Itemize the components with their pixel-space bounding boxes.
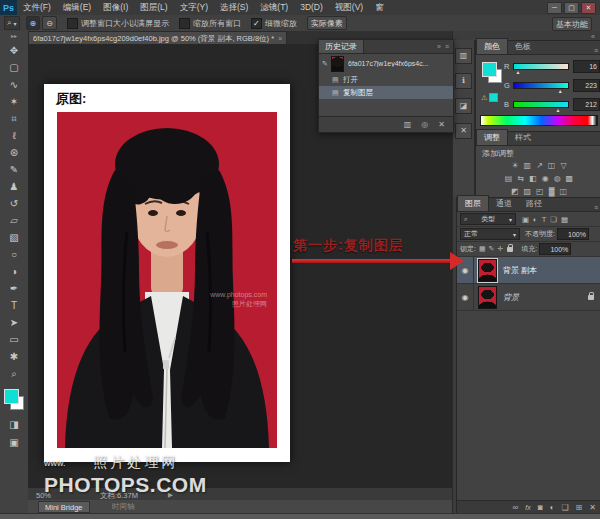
link-layers-icon[interactable]: ∞ bbox=[513, 503, 519, 512]
filter-adjustment-layers-icon[interactable]: ◐ bbox=[533, 215, 538, 224]
levels-icon[interactable]: ▥ bbox=[524, 161, 532, 170]
timeline-button[interactable]: 时间轴 bbox=[112, 502, 135, 512]
panel-menu-icon[interactable]: ≡ bbox=[445, 43, 449, 50]
layer-row-background[interactable]: ◉ 背景 bbox=[457, 284, 600, 311]
filter-shape-layers-icon[interactable]: ❏ bbox=[550, 215, 557, 224]
minimize-button[interactable]: ─ bbox=[547, 2, 562, 14]
green-slider[interactable]: ▲ bbox=[513, 82, 569, 89]
zoom-tool-preset[interactable]: ⌕ ▾ bbox=[4, 16, 20, 30]
filter-smart-objects-icon[interactable]: ▦ bbox=[561, 215, 568, 224]
tab-color[interactable]: 颜色 bbox=[476, 38, 508, 54]
tab-layers[interactable]: 图层 bbox=[457, 195, 489, 211]
menu-select[interactable]: 选择(S) bbox=[214, 0, 254, 15]
dodge-tool-icon[interactable]: ◑ bbox=[0, 263, 28, 280]
menu-view[interactable]: 视图(V) bbox=[329, 0, 369, 15]
path-selection-tool-icon[interactable]: ➤ bbox=[0, 314, 28, 331]
document-tab[interactable]: 6fa017c7jw1ey4fx6ps4cg209d0ef40b.jpg @ 5… bbox=[28, 31, 287, 45]
histogram-panel-icon[interactable]: ▥ bbox=[455, 48, 472, 64]
lock-position-icon[interactable]: ✛ bbox=[497, 245, 503, 253]
threshold-icon[interactable]: ◰ bbox=[536, 187, 544, 196]
delete-state-icon[interactable]: ✕ bbox=[438, 120, 445, 129]
tab-channels[interactable]: 通道 bbox=[489, 196, 519, 211]
invert-icon[interactable]: ◩ bbox=[511, 187, 519, 196]
workspace-switcher[interactable]: 基本功能 bbox=[552, 17, 592, 31]
actual-pixels-button[interactable]: 实际像素 bbox=[307, 16, 347, 30]
eyedropper-tool-icon[interactable]: ℓ bbox=[0, 127, 28, 144]
brightness-contrast-icon[interactable]: ☀ bbox=[511, 161, 518, 170]
green-value[interactable]: 223 bbox=[573, 79, 600, 92]
crop-tool-icon[interactable]: ⌗ bbox=[0, 110, 28, 127]
lock-transparency-icon[interactable]: ▦ bbox=[479, 245, 486, 253]
pen-tool-icon[interactable]: ✒ bbox=[0, 280, 28, 297]
color-lookup-icon[interactable]: ▩ bbox=[566, 174, 574, 183]
menu-file[interactable]: 文件(F) bbox=[17, 0, 57, 15]
layer-style-icon[interactable]: fx bbox=[525, 504, 530, 511]
menu-layer[interactable]: 图层(L) bbox=[134, 0, 173, 15]
vibrance-icon[interactable]: ▽ bbox=[560, 161, 566, 170]
layer-thumbnail[interactable] bbox=[478, 259, 497, 282]
history-panel-tab[interactable]: 历史记录 bbox=[319, 40, 364, 53]
channel-mixer-icon[interactable]: ◍ bbox=[554, 174, 561, 183]
rectangular-marquee-tool-icon[interactable]: ▢ bbox=[0, 59, 28, 76]
hand-tool-icon[interactable]: ✱ bbox=[0, 348, 28, 365]
gradient-map-icon[interactable]: ▓ bbox=[549, 187, 555, 196]
layer-row-background-copy[interactable]: ◉ 背景 副本 bbox=[457, 257, 600, 284]
healing-brush-tool-icon[interactable]: ⊛ bbox=[0, 144, 28, 161]
resize-windows-checkbox[interactable]: 调整窗口大小以满屏显示 bbox=[67, 18, 169, 29]
history-state-open[interactable]: ▤ 打开 bbox=[319, 73, 453, 86]
panel-collapse-icon[interactable]: » bbox=[437, 43, 441, 50]
screen-mode-icon[interactable]: ▣ bbox=[0, 434, 28, 451]
color-spectrum-bar[interactable] bbox=[480, 115, 598, 126]
blue-slider[interactable]: ▲ bbox=[513, 101, 569, 108]
adjustment-layer-icon[interactable]: ◐ bbox=[550, 503, 555, 512]
red-slider[interactable]: ▲ bbox=[513, 63, 569, 70]
close-button[interactable]: ✕ bbox=[581, 2, 596, 14]
slider-marker-icon[interactable]: ▲ bbox=[516, 69, 521, 75]
layer-name[interactable]: 背景 bbox=[503, 292, 519, 303]
gradient-tool-icon[interactable]: ▧ bbox=[0, 229, 28, 246]
quick-mask-icon[interactable]: ◨ bbox=[0, 416, 28, 433]
mini-bridge-button[interactable]: Mini Bridge bbox=[38, 501, 90, 513]
history-brush-tool-icon[interactable]: ↺ bbox=[0, 195, 28, 212]
photo-document[interactable]: 原图: bbox=[44, 84, 290, 462]
lock-all-icon[interactable] bbox=[507, 247, 513, 252]
history-state-duplicate-layer[interactable]: ▤ 复制图层 bbox=[319, 86, 453, 99]
type-tool-icon[interactable]: T bbox=[0, 297, 28, 314]
zoom-in-button[interactable]: ⊕ bbox=[26, 16, 41, 30]
tab-paths[interactable]: 路径 bbox=[519, 196, 549, 211]
color-balance-icon[interactable]: ⇆ bbox=[517, 174, 524, 183]
gamut-swatch[interactable] bbox=[489, 93, 498, 102]
selective-color-icon[interactable]: ◫ bbox=[559, 187, 567, 196]
menu-window[interactable]: 窗 bbox=[369, 0, 390, 15]
slider-marker-icon[interactable]: ▲ bbox=[556, 107, 561, 113]
gamut-warning[interactable]: ⚠ bbox=[481, 93, 498, 102]
layer-thumbnail[interactable] bbox=[478, 286, 497, 309]
layer-group-icon[interactable]: ❏ bbox=[561, 503, 568, 512]
hue-saturation-icon[interactable]: ▤ bbox=[505, 174, 513, 183]
new-document-from-state-icon[interactable]: ▥ bbox=[404, 120, 412, 129]
filter-type-layers-icon[interactable]: T bbox=[542, 215, 547, 224]
clone-stamp-tool-icon[interactable]: ♟ bbox=[0, 178, 28, 195]
curves-icon[interactable]: ↗ bbox=[536, 161, 543, 170]
foreground-color-swatch[interactable] bbox=[4, 389, 19, 404]
tab-adjustments[interactable]: 调整 bbox=[476, 129, 508, 145]
layer-mask-icon[interactable]: ◙ bbox=[538, 503, 543, 512]
filter-pixel-layers-icon[interactable]: ▣ bbox=[522, 215, 529, 224]
move-tool-icon[interactable]: ✥ bbox=[0, 42, 28, 59]
visibility-eye-icon[interactable]: ◉ bbox=[457, 284, 474, 310]
lasso-tool-icon[interactable]: ∿ bbox=[0, 76, 28, 93]
blue-value[interactable]: 212 bbox=[573, 98, 600, 111]
extensions-panel-icon[interactable]: ✕ bbox=[455, 123, 472, 139]
shape-tool-icon[interactable]: ▭ bbox=[0, 331, 28, 348]
fill-value[interactable]: 100% bbox=[539, 243, 571, 255]
photo-filter-icon[interactable]: ◉ bbox=[542, 174, 549, 183]
menu-image[interactable]: 图像(I) bbox=[97, 0, 134, 15]
new-snapshot-icon[interactable]: ◎ bbox=[421, 120, 428, 129]
exposure-icon[interactable]: ◫ bbox=[548, 161, 556, 170]
zoom-all-windows-checkbox[interactable]: 缩放所有窗口 bbox=[179, 18, 241, 29]
panel-menu-icon[interactable]: ≡ bbox=[594, 47, 598, 54]
foreground-color-well[interactable] bbox=[482, 62, 497, 77]
magic-wand-tool-icon[interactable]: ✶ bbox=[0, 93, 28, 110]
menu-type[interactable]: 文字(Y) bbox=[174, 0, 214, 15]
lock-pixels-icon[interactable]: ✎ bbox=[489, 245, 495, 253]
